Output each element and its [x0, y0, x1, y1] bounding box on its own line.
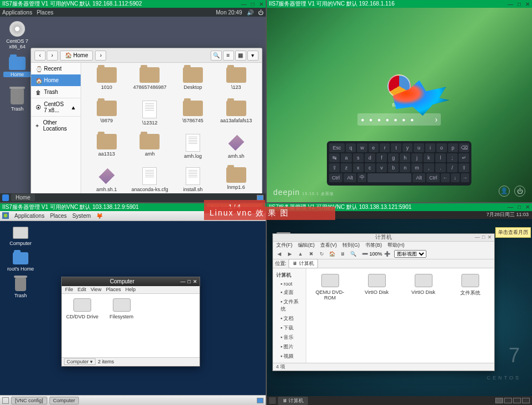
- close-button[interactable]: ✕: [259, 1, 263, 7]
- key-i[interactable]: i: [425, 143, 435, 152]
- sidebar-item-disk[interactable]: ⦿CentOS 7 x8...▲: [31, 98, 81, 116]
- location-dropdown[interactable]: Computer ▾: [64, 358, 96, 365]
- close-button[interactable]: ✕: [193, 279, 197, 284]
- menu-view[interactable]: View: [91, 287, 101, 292]
- path-expand-button[interactable]: ›: [95, 51, 106, 61]
- workspace-switcher[interactable]: [257, 398, 263, 403]
- menu-bookmarks[interactable]: 书签(B): [365, 242, 382, 249]
- power-icon[interactable]: ⏻: [258, 9, 263, 16]
- computer-button[interactable]: 🖥: [339, 250, 347, 258]
- menu-system[interactable]: System: [72, 213, 91, 219]
- minimize-button[interactable]: —: [475, 234, 480, 240]
- key-Ctrl[interactable]: Ctrl: [329, 173, 342, 182]
- key-⇧[interactable]: ⇧: [459, 163, 469, 172]
- home-desktop-icon[interactable]: root's Home: [7, 252, 34, 272]
- menu-file[interactable]: 文件(F): [276, 242, 293, 249]
- drive-item[interactable]: QEMU DVD-ROM: [312, 274, 349, 301]
- apps-menu[interactable]: Applications: [2, 9, 32, 16]
- task-computer[interactable]: Computer: [49, 397, 79, 404]
- file-item[interactable]: amh: [129, 134, 171, 166]
- clock[interactable]: 7月28日周三 11:03: [486, 211, 529, 218]
- menu-go[interactable]: 转到(G): [342, 242, 360, 249]
- menu-help[interactable]: 帮助(H): [387, 242, 405, 249]
- key-Alt[interactable]: Alt: [344, 173, 357, 182]
- menu-edit[interactable]: 编辑(E): [298, 242, 315, 249]
- home-desktop-icon[interactable]: Home: [3, 57, 31, 77]
- key-k[interactable]: k: [424, 153, 434, 162]
- file-item[interactable]: \9879: [86, 101, 128, 133]
- workspace-3[interactable]: [513, 398, 521, 403]
- close-button[interactable]: ✕: [525, 1, 530, 7]
- key-Alt[interactable]: Alt: [412, 173, 426, 182]
- trash-desktop-icon[interactable]: Trash: [7, 278, 34, 298]
- view-mode-select[interactable]: 图标视图: [394, 250, 426, 258]
- filesystem-item[interactable]: Filesystem: [110, 298, 133, 353]
- switch-user-button[interactable]: 👤: [499, 186, 510, 197]
- computer-desktop-icon[interactable]: Computer: [7, 227, 34, 246]
- workspace-switcher[interactable]: [257, 195, 263, 201]
- file-item[interactable]: aa1313: [86, 134, 128, 166]
- show-desktop-icon[interactable]: [2, 194, 9, 201]
- key-y[interactable]: y: [402, 143, 412, 152]
- desktop-area[interactable]: 单击查看月历 计算机 root 的主 7 CENTOS 计算机 — □ ✕ 文件: [267, 219, 533, 406]
- key-r[interactable]: r: [380, 143, 390, 152]
- view-list-button[interactable]: ≡: [223, 51, 234, 61]
- minimize-button[interactable]: —: [241, 1, 246, 7]
- sidebar-item[interactable]: ▪ 图片: [273, 342, 306, 352]
- key-g[interactable]: g: [388, 153, 399, 162]
- task-computer[interactable]: 🖥 计算机: [278, 397, 309, 405]
- sidebar-item[interactable]: ▪ 音乐: [273, 333, 306, 342]
- key-.[interactable]: .: [435, 163, 446, 172]
- volume-icon[interactable]: 🔊: [247, 9, 253, 16]
- window-titlebar[interactable]: IIS7服务器管理 V1 可用的VNC 默认 192.168.1.116 — □…: [267, 0, 533, 8]
- maximize-button[interactable]: □: [518, 1, 521, 7]
- trash-desktop-icon[interactable]: Trash: [3, 89, 31, 112]
- icon-grid[interactable]: QEMU DVD-ROMVirtIO DiskVirtIO Disk文件系统: [306, 268, 494, 363]
- key-space[interactable]: [367, 173, 411, 182]
- key-q[interactable]: q: [346, 143, 356, 152]
- back-button[interactable]: ◀: [275, 250, 284, 258]
- key-a[interactable]: a: [341, 153, 351, 162]
- menu-help[interactable]: Help: [125, 287, 136, 292]
- sidebar-item[interactable]: ▪ 文档: [273, 314, 306, 323]
- window-titlebar[interactable]: IIS7服务器管理 V1 可用的VNC 默认 192.168.1.112:590…: [0, 0, 266, 8]
- workspace-2[interactable]: [504, 398, 512, 403]
- sidebar-item[interactable]: ▪ 文件系统: [273, 297, 306, 314]
- menu-places[interactable]: Places: [50, 213, 67, 219]
- key-f[interactable]: f: [376, 153, 387, 162]
- key-x[interactable]: x: [353, 163, 364, 172]
- back-button[interactable]: ‹: [34, 51, 46, 61]
- drive-item[interactable]: VirtIO Disk: [359, 274, 395, 295]
- task-vncconfig[interactable]: [VNC config]: [11, 397, 47, 404]
- maximize-button[interactable]: □: [251, 1, 254, 7]
- sidebar-item-trash[interactable]: 🗑Trash: [31, 86, 81, 98]
- lockscreen[interactable]: root1 ● ● ● ● ● ● ● › Escqwertyuiop⌫ ↹as…: [267, 8, 533, 202]
- file-item[interactable]: amh.log: [172, 134, 214, 166]
- close-button[interactable]: ✕: [525, 204, 530, 210]
- key-s[interactable]: s: [353, 153, 364, 162]
- path-home-button[interactable]: 🏠 Home: [60, 51, 93, 61]
- shutdown-button[interactable]: ⏻: [514, 186, 525, 197]
- menu-applications[interactable]: Applications: [14, 213, 44, 219]
- search-button[interactable]: 🔍: [349, 250, 358, 258]
- key-←[interactable]: ←: [441, 173, 450, 182]
- window-title[interactable]: Computer — □ ✕: [62, 277, 200, 286]
- maximize-button[interactable]: □: [518, 204, 521, 210]
- minimize-button[interactable]: —: [508, 1, 513, 7]
- search-button[interactable]: 🔍: [211, 51, 222, 61]
- sidebar-item[interactable]: ▪ 下载: [273, 323, 306, 333]
- menu-places[interactable]: Places: [106, 287, 121, 292]
- show-desktop-icon[interactable]: [2, 397, 9, 404]
- home-button[interactable]: 🏠: [328, 250, 337, 258]
- window-title[interactable]: 计算机 — □ ✕: [273, 234, 494, 242]
- menu-edit[interactable]: Edit: [78, 287, 87, 292]
- key-v[interactable]: v: [376, 163, 387, 172]
- key-h[interactable]: h: [400, 153, 410, 162]
- path-button[interactable]: 🖥 计算机: [289, 259, 318, 268]
- file-item[interactable]: Desktop: [172, 67, 214, 99]
- file-item[interactable]: 478657486987: [129, 67, 171, 99]
- key-b[interactable]: b: [388, 163, 399, 172]
- sidebar-item[interactable]: ▪ 桌面: [273, 288, 306, 297]
- key-,[interactable]: ,: [424, 163, 434, 172]
- key-;[interactable]: ;: [447, 153, 458, 162]
